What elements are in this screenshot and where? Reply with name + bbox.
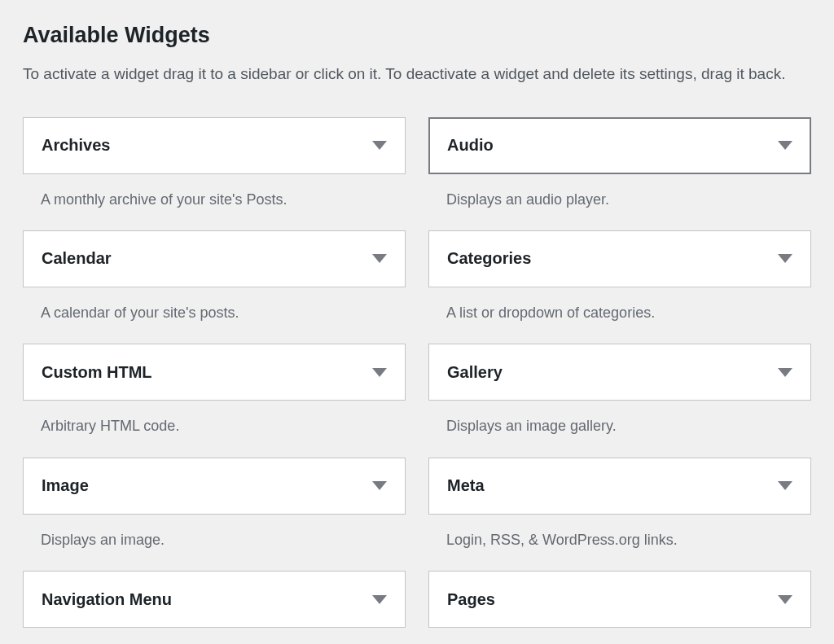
widget-item-archives: Archives A monthly archive of your site'… [23,117,406,230]
widget-item-categories: Categories A list or dropdown of categor… [428,230,811,344]
chevron-down-icon [778,368,792,377]
page-intro: To activate a widget drag it to a sideba… [23,63,805,86]
widget-header-image[interactable]: Image [23,458,406,515]
widget-title: Meta [447,476,485,495]
chevron-down-icon [372,141,387,150]
widget-title: Archives [42,136,111,155]
widget-header-categories[interactable]: Categories [428,230,811,287]
widget-description: Displays an audio player. [428,174,811,230]
widget-header-audio[interactable]: Audio [428,117,811,174]
widget-description: A monthly archive of your site's Posts. [23,174,406,230]
widgets-grid: Archives A monthly archive of your site'… [23,117,811,629]
chevron-down-icon [778,595,792,604]
widget-header-archives[interactable]: Archives [23,117,406,174]
widget-title: Categories [447,249,531,268]
widget-title: Custom HTML [42,363,152,382]
widget-item-custom-html: Custom HTML Arbitrary HTML code. [23,344,406,457]
widget-header-navigation-menu[interactable]: Navigation Menu [23,571,406,628]
widget-title: Calendar [42,249,112,268]
widget-header-pages[interactable]: Pages [428,571,811,628]
chevron-down-icon [372,481,387,490]
widget-title: Gallery [447,363,503,382]
widget-description: Displays an image. [23,515,406,571]
widget-header-calendar[interactable]: Calendar [23,230,406,287]
widget-item-navigation-menu: Navigation Menu [23,571,406,628]
page-title: Available Widgets [23,23,811,48]
widget-title: Pages [447,590,495,609]
widget-description: Login, RSS, & WordPress.org links. [428,515,811,571]
widget-header-meta[interactable]: Meta [428,458,811,515]
widget-header-gallery[interactable]: Gallery [428,344,811,401]
chevron-down-icon [372,595,387,604]
widget-item-image: Image Displays an image. [23,458,406,571]
chevron-down-icon [778,254,792,263]
chevron-down-icon [778,141,792,150]
chevron-down-icon [778,481,792,490]
widget-title: Image [42,476,89,495]
widget-title: Navigation Menu [42,590,172,609]
widget-title: Audio [447,136,494,155]
widget-description: Displays an image gallery. [428,401,811,457]
widget-description: A list or dropdown of categories. [428,287,811,344]
widget-item-gallery: Gallery Displays an image gallery. [428,344,811,457]
widget-item-meta: Meta Login, RSS, & WordPress.org links. [428,458,811,571]
widget-description: Arbitrary HTML code. [23,401,406,457]
widget-header-custom-html[interactable]: Custom HTML [23,344,406,401]
widget-item-calendar: Calendar A calendar of your site's posts… [23,230,406,344]
chevron-down-icon [372,254,387,263]
chevron-down-icon [372,368,387,377]
widget-item-pages: Pages [428,571,811,628]
widget-description: A calendar of your site's posts. [23,287,406,344]
widget-item-audio: Audio Displays an audio player. [428,117,811,230]
